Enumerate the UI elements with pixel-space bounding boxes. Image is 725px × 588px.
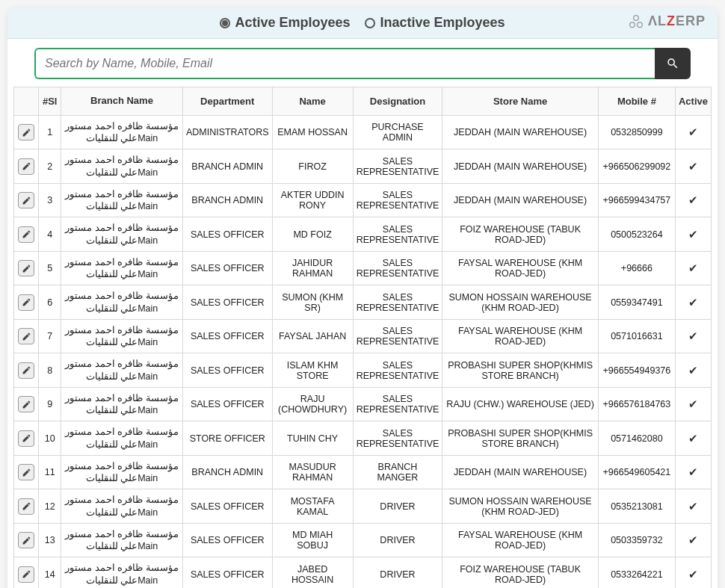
table-row: 9مؤسسة ظافره احمد مستور علي للنقلياتMain… — [14, 387, 712, 421]
edit-button[interactable] — [18, 260, 34, 276]
cell-mobile: +966549605421 — [598, 455, 675, 489]
check-icon: ✔ — [688, 364, 698, 377]
cell-desig: SALES REPRESENTATIVE — [353, 387, 442, 421]
edit-button[interactable] — [18, 532, 34, 548]
table-row: 12مؤسسة ظافره احمد مستور علي للنقلياتMai… — [14, 489, 712, 524]
cell-branch: مؤسسة ظافره احمد مستور علي للنقلياتMain — [61, 115, 183, 149]
cell-mobile: +966576184763 — [598, 387, 675, 421]
cell-dept: BRANCH ADMIN — [182, 149, 272, 184]
check-icon: ✔ — [688, 397, 698, 410]
table-row: 4مؤسسة ظافره احمد مستور علي للنقلياتMain… — [14, 217, 712, 252]
edit-button[interactable] — [18, 226, 34, 243]
cell-si: 13 — [39, 523, 61, 557]
cell-store: SUMON HOSSAIN WAREHOUSE (KHM ROAD-JED) — [442, 285, 599, 320]
cell-store: FAYSAL WAREHOUSE (KHM ROAD-JED) — [442, 319, 599, 353]
check-icon: ✔ — [688, 296, 698, 309]
check-icon: ✔ — [688, 126, 698, 138]
logo-text-3: ERP — [676, 13, 706, 28]
edit-button[interactable] — [18, 396, 34, 412]
col-branch: Branch Name — [61, 87, 183, 116]
cell-name: MOSTAFA KAMAL — [272, 489, 353, 524]
cell-mobile: 0571016631 — [598, 319, 675, 353]
cell-store: FAYSAL WAREHOUSE (KHM ROAD-JED) — [442, 251, 599, 285]
check-icon: ✔ — [688, 500, 698, 513]
cell-desig: SALES REPRESENTATIVE — [353, 421, 442, 456]
cell-desig: SALES REPRESENTATIVE — [353, 217, 442, 252]
col-mobile: Mobile # — [598, 87, 675, 116]
cell-si: 9 — [39, 387, 61, 421]
employees-table: #Sl Branch Name Department Name Designat… — [13, 87, 712, 588]
cell-branch: مؤسسة ظافره احمد مستور علي للنقلياتMain — [61, 489, 183, 524]
cell-branch: مؤسسة ظافره احمد مستور علي للنقلياتMain — [61, 183, 183, 217]
check-icon: ✔ — [688, 568, 698, 581]
edit-button[interactable] — [18, 294, 34, 311]
employees-panel: Active Employees Inactive Employees ΛLZE… — [7, 7, 718, 588]
col-store: Store Name — [442, 87, 599, 116]
cell-mobile: +966599434757 — [598, 183, 675, 217]
edit-button[interactable] — [18, 498, 34, 515]
cell-branch: مؤسسة ظافره احمد مستور علي للنقلياتMain — [61, 319, 183, 353]
cell-dept: SALES OFFICER — [182, 387, 272, 421]
cell-desig: DRIVER — [353, 523, 442, 557]
check-icon: ✔ — [688, 329, 698, 342]
edit-button[interactable] — [18, 328, 34, 344]
cell-si: 5 — [39, 251, 61, 285]
col-dept: Department — [182, 87, 272, 116]
cell-name: TUHIN CHY — [272, 421, 353, 456]
cell-dept: SALES OFFICER — [182, 251, 272, 285]
logo-icon — [629, 14, 644, 29]
svg-point-2 — [638, 22, 643, 27]
cell-mobile: +966554949376 — [598, 353, 675, 388]
radio-active-employees[interactable]: Active Employees — [220, 15, 350, 31]
cell-name: MD MIAH SOBUJ — [272, 523, 353, 557]
cell-mobile: +96666 — [598, 251, 675, 285]
cell-branch: مؤسسة ظافره احمد مستور علي للنقلياتMain — [61, 251, 183, 285]
cell-si: 11 — [39, 455, 61, 489]
cell-name: ISLAM KHM STORE — [272, 353, 353, 388]
cell-store: JEDDAH (MAIN WAREHOUSE) — [442, 455, 599, 489]
cell-si: 1 — [39, 115, 61, 149]
search-icon — [666, 57, 679, 70]
cell-branch: مؤسسة ظافره احمد مستور علي للنقلياتMain — [61, 421, 183, 456]
table-row: 7مؤسسة ظافره احمد مستور علي للنقلياتMain… — [14, 319, 712, 353]
cell-store: PROBASHI SUPER SHOP(KHMIS STORE BRANCH) — [442, 421, 599, 456]
cell-si: 14 — [39, 557, 61, 588]
cell-mobile: 0503359732 — [598, 523, 675, 557]
cell-store: JEDDAH (MAIN WAREHOUSE) — [442, 183, 599, 217]
cell-store: JEDDAH (MAIN WAREHOUSE) — [442, 115, 599, 149]
radio-inactive-employees[interactable]: Inactive Employees — [365, 15, 505, 31]
cell-name: MASUDUR RAHMAN — [272, 455, 353, 489]
cell-si: 10 — [39, 421, 61, 456]
cell-dept: SALES OFFICER — [182, 353, 272, 388]
check-icon: ✔ — [688, 228, 698, 241]
cell-desig: PURCHASE ADMIN — [353, 115, 442, 149]
col-si: #Sl — [39, 87, 61, 116]
search-input[interactable] — [34, 48, 655, 79]
cell-mobile: 0533264221 — [598, 557, 675, 588]
col-edit — [14, 87, 39, 116]
table-row: 8مؤسسة ظافره احمد مستور علي للنقلياتMain… — [14, 353, 712, 388]
edit-button[interactable] — [18, 464, 34, 480]
edit-button[interactable] — [18, 430, 34, 447]
cell-branch: مؤسسة ظافره احمد مستور علي للنقلياتMain — [61, 285, 183, 320]
edit-button[interactable] — [18, 124, 34, 140]
cell-branch: مؤسسة ظافره احمد مستور علي للنقلياتMain — [61, 149, 183, 184]
cell-si: 3 — [39, 183, 61, 217]
check-icon: ✔ — [688, 194, 698, 206]
check-icon: ✔ — [688, 261, 698, 274]
cell-store: FOIZ WAREHOUSE (TABUK ROAD-JED) — [442, 217, 599, 252]
table-row: 1مؤسسة ظافره احمد مستور علي للنقلياتMain… — [14, 115, 712, 149]
brand-logo: ΛLZERP — [629, 13, 706, 29]
edit-button[interactable] — [18, 158, 34, 175]
cell-branch: مؤسسة ظافره احمد مستور علي للنقلياتMain — [61, 557, 183, 588]
edit-button[interactable] — [18, 362, 34, 379]
cell-branch: مؤسسة ظافره احمد مستور علي للنقلياتMain — [61, 387, 183, 421]
cell-desig: SALES REPRESENTATIVE — [353, 285, 442, 320]
cell-si: 6 — [39, 285, 61, 320]
search-button[interactable] — [655, 48, 691, 79]
edit-button[interactable] — [18, 566, 34, 583]
cell-store: FAYSAL WAREHOUSE (KHM ROAD-JED) — [442, 523, 599, 557]
cell-name: SUMON (KHM SR) — [272, 285, 353, 320]
cell-dept: SALES OFFICER — [182, 523, 272, 557]
edit-button[interactable] — [18, 192, 34, 208]
